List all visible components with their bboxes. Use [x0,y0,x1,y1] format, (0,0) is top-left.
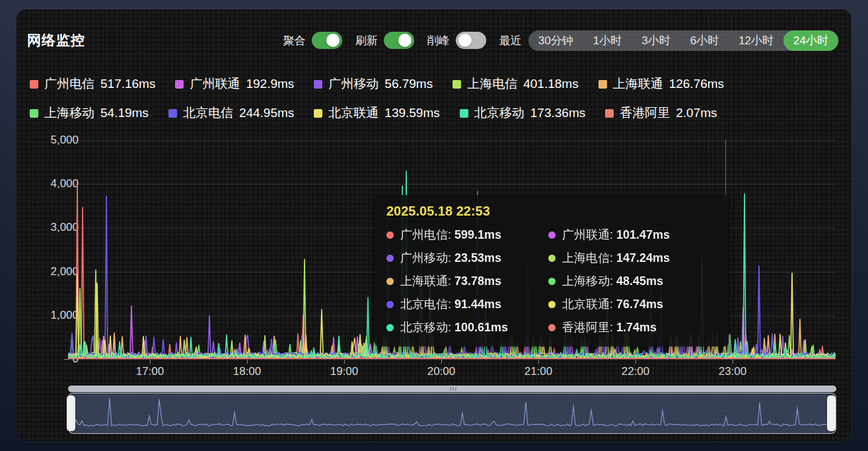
tooltip-series-dot [548,278,556,285]
tooltip-item: 北京移动:100.61ms [386,317,548,337]
chart-tooltip: 2025.05.18 22:53 广州电信:599.1ms广州联通:101.47… [375,195,729,347]
tooltip-series-value: 73.78ms [454,274,501,288]
tooltip-series-name: 广州电信: [400,227,451,243]
tooltip-series-dot [386,255,394,262]
tooltip-series-name: 北京移动: [400,319,451,335]
x-axis-tick [733,360,733,364]
tooltip-series-value: 1.74ms [616,321,657,335]
tooltip-item: 广州电信:599.1ms [386,225,548,245]
tooltip-series-value: 23.53ms [454,251,501,265]
tooltip-series-dot [548,324,556,331]
tooltip-series-name: 广州联通: [562,227,613,243]
tooltip-series-value: 147.24ms [616,251,670,265]
tooltip-series-name: 广州移动: [400,250,451,266]
tooltip-item: 北京联通:76.74ms [548,294,717,314]
horizontal-scrollbar[interactable] [68,386,836,392]
tooltip-series-value: 48.45ms [616,274,663,288]
tooltip-item: 香港阿里:1.74ms [548,317,717,337]
tooltip-series-name: 上海移动: [562,273,613,289]
tooltip-timestamp: 2025.05.18 22:53 [386,204,717,219]
x-axis-label: 23:00 [709,365,756,378]
x-axis-tick [538,360,539,364]
tooltip-series-value: 76.74ms [616,298,663,311]
x-axis-tick [150,360,151,364]
tooltip-series-dot [548,301,556,308]
tooltip-series-dot [386,324,394,331]
scrollbar-grip-icon [450,387,456,391]
datazoom-navigator[interactable] [68,393,836,434]
tooltip-series-value: 100.61ms [454,321,508,335]
tooltip-series-name: 香港阿里: [562,319,613,335]
tooltip-series-dot [386,278,394,285]
tooltip-series-name: 北京电信: [400,296,451,312]
x-axis-tick [441,360,442,364]
x-axis-tick [344,360,345,364]
tooltip-series-value: 91.44ms [454,298,501,311]
tooltip-item: 广州联通:101.47ms [548,225,717,245]
latency-chart: 5,0004,0003,0002,0001,000017:0018:0019:0… [17,9,851,441]
tooltip-series-dot [386,301,394,308]
x-axis-label: 17:00 [127,365,173,378]
tooltip-series-name: 北京联通: [562,296,613,312]
x-axis-label: 18:00 [224,365,270,378]
tooltip-series-name: 上海联通: [400,273,451,289]
tooltip-series-value: 101.47ms [616,228,670,242]
tooltip-series-dot [548,255,556,262]
x-axis-label: 22:00 [612,365,659,378]
tooltip-item: 上海联通:73.78ms [386,271,548,291]
x-axis-label: 19:00 [321,365,367,378]
x-axis-tick [635,360,636,364]
tooltip-rows: 广州电信:599.1ms广州联通:101.47ms广州移动:23.53ms上海电… [386,225,717,337]
tooltip-item: 北京电信:91.44ms [386,294,548,314]
datazoom-right-handle[interactable] [827,395,836,431]
tooltip-item: 上海移动:48.45ms [548,271,717,291]
x-axis-tick [247,360,248,364]
dashboard-panel: 网络监控 聚合刷新削峰 最近 30分钟1小时3小时6小时12小时24小时 广州电… [17,9,851,441]
datazoom-sparkline [70,395,834,433]
tooltip-series-dot [386,231,394,239]
tooltip-series-name: 上海电信: [562,250,613,266]
x-axis-label: 20:00 [418,365,464,378]
tooltip-series-dot [548,231,556,239]
x-axis-label: 21:00 [515,365,561,378]
datazoom-left-handle[interactable] [67,395,75,431]
tooltip-item: 广州移动:23.53ms [386,248,548,268]
tooltip-series-value: 599.1ms [454,228,501,242]
tooltip-item: 上海电信:147.24ms [548,248,717,268]
